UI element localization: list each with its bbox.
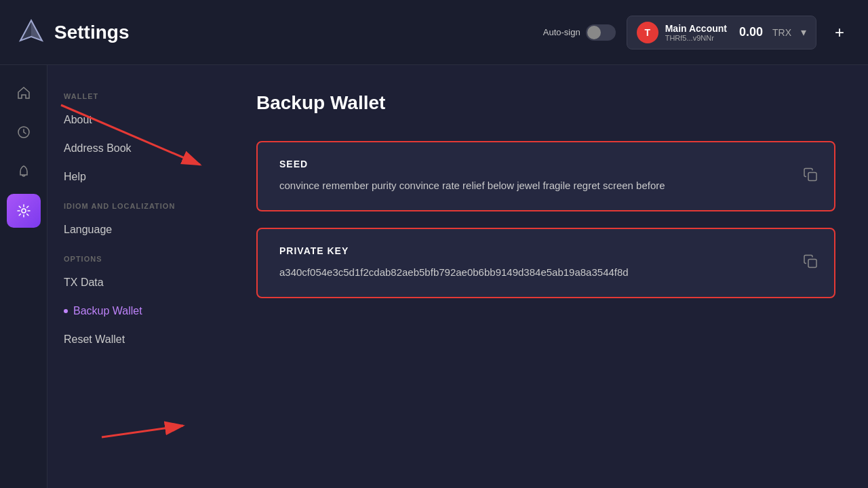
- account-badge[interactable]: T Main Account THRf5...v9NNr 0.00 TRX ▾: [627, 16, 816, 49]
- sidebar-item-history[interactable]: [7, 115, 41, 149]
- account-icon: T: [637, 22, 658, 43]
- seed-label: SEED: [279, 159, 812, 169]
- nav-section-localization: IDIOM AND LOCALIZATION Language: [47, 191, 224, 244]
- sidebar-item-home[interactable]: [7, 76, 41, 110]
- nav-section-localization-label: IDIOM AND LOCALIZATION: [47, 191, 224, 216]
- private-key-label: Private Key: [279, 245, 812, 256]
- active-dot: [64, 309, 68, 313]
- account-info: Main Account THRf5...v9NNr: [665, 23, 727, 42]
- account-balance: 0.00: [739, 25, 763, 39]
- private-key-card: Private Key a340cf054e3c5d1f2cdab82aeb5b…: [256, 228, 835, 298]
- sidebar-item-tx-data[interactable]: TX Data: [47, 268, 224, 297]
- private-key-copy-button[interactable]: [803, 254, 818, 272]
- account-currency: TRX: [772, 27, 791, 38]
- seed-copy-button[interactable]: [803, 167, 818, 186]
- sidebar-item-address-book[interactable]: Address Book: [47, 134, 224, 163]
- chevron-down-icon: ▾: [801, 26, 806, 39]
- sidebar-item-notifications[interactable]: [7, 155, 41, 188]
- autosign-label: Auto-sign: [543, 27, 580, 37]
- svg-rect-5: [808, 173, 816, 181]
- nav-section-options-label: OPTIONS: [47, 244, 224, 268]
- sidebar-item-about[interactable]: About: [47, 106, 224, 134]
- nav-section-options: OPTIONS TX Data Backup Wallet Reset Wall…: [47, 244, 224, 354]
- svg-point-4: [22, 209, 26, 213]
- header-right: Auto-sign T Main Account THRf5...v9NNr 0…: [543, 16, 852, 49]
- sidebar-item-backup-wallet[interactable]: Backup Wallet: [47, 297, 224, 325]
- nav-sidebar: WALLET About Address Book Help IDIOM AND…: [47, 65, 224, 488]
- page-title: Backup Wallet: [256, 92, 835, 114]
- add-button[interactable]: +: [827, 20, 852, 45]
- private-key-value: a340cf054e3c5d1f2cdab82aeb5bfb792ae0b6bb…: [279, 264, 741, 281]
- account-name: Main Account: [665, 23, 727, 34]
- main-layout: WALLET About Address Book Help IDIOM AND…: [0, 65, 868, 488]
- sidebar-item-help[interactable]: Help: [47, 163, 224, 191]
- autosign-area: Auto-sign: [543, 24, 616, 41]
- nav-section-wallet-label: WALLET: [47, 81, 224, 106]
- svg-rect-6: [808, 260, 816, 268]
- autosign-toggle[interactable]: [586, 24, 616, 41]
- seed-value: convince remember purity convince rate r…: [279, 178, 741, 194]
- nav-section-wallet: WALLET About Address Book Help: [47, 81, 224, 191]
- icon-sidebar: [0, 65, 47, 488]
- page-heading: Settings: [54, 22, 129, 43]
- account-address: THRf5...v9NNr: [665, 34, 727, 42]
- app-logo: [16, 18, 46, 47]
- app-header: Settings Auto-sign T Main Account THRf5.…: [0, 0, 868, 65]
- logo-area: Settings: [16, 18, 532, 47]
- sidebar-item-reset-wallet[interactable]: Reset Wallet: [47, 325, 224, 354]
- sidebar-item-settings[interactable]: [7, 194, 41, 228]
- seed-card: SEED convince remember purity convince r…: [256, 141, 835, 211]
- sidebar-item-language[interactable]: Language: [47, 216, 224, 244]
- toggle-knob: [587, 26, 601, 39]
- content-area: Backup Wallet SEED convince remember pur…: [224, 65, 868, 488]
